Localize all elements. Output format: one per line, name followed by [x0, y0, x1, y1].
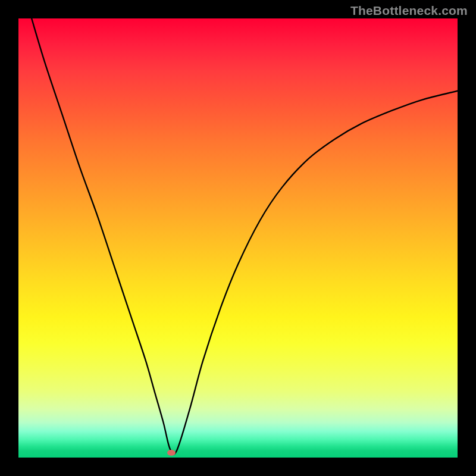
bottleneck-marker — [167, 450, 176, 456]
bottleneck-curve — [18, 18, 458, 458]
watermark-text: TheBottleneck.com — [350, 4, 468, 18]
chart-frame: TheBottleneck.com — [0, 0, 476, 476]
plot-area — [18, 18, 458, 458]
